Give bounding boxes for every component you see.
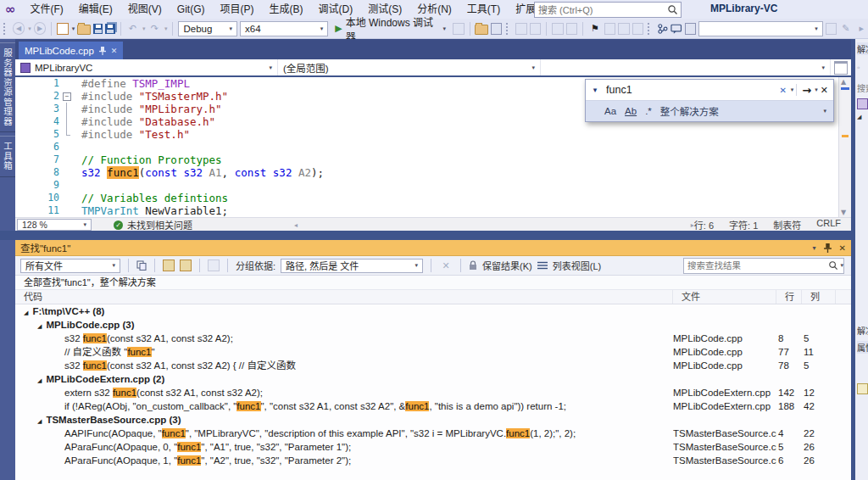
tree-expander-icon[interactable]: ◢ [857,114,868,120]
result-group-row[interactable]: ◢TSMasterBaseSource.cpp (3) [15,413,851,427]
step-over-icon[interactable] [618,23,630,35]
result-row[interactable]: AAPIFunc(AOpaque, "func1", "MPLibraryVC"… [15,427,851,440]
menu-item[interactable]: 工具(T) [459,0,508,19]
split-editor-icon[interactable] [834,61,848,75]
column-code[interactable]: 代码 [15,290,673,304]
indent-decrease-icon[interactable] [552,23,564,35]
new-project-icon[interactable] [57,23,69,35]
code-line[interactable]: 11TMPVarInt NewVariable1; [15,204,851,217]
panel-title-bar[interactable]: 查找"func1" ▾ ✕ [15,240,851,256]
run-tool-icon[interactable]: ▸ [855,22,868,36]
code-line[interactable]: 5#include "Test.h" [15,128,851,141]
menu-item[interactable]: 生成(B) [262,0,311,19]
zoom-selector[interactable]: 128 %▾ [17,219,92,231]
tab-mplibcode-cpp[interactable]: MPLibCode.cpp ✕ [19,42,123,59]
branch-icon[interactable] [657,23,668,35]
solution-search-label[interactable]: 搜索 [857,81,868,94]
result-group-row[interactable]: ◢MPLibCodeExtern.cpp (2) [15,372,851,386]
save-all-icon[interactable] [105,24,115,34]
redo-dropdown-icon[interactable]: ▾ [164,25,168,32]
list-view-icon[interactable] [537,261,548,270]
expander-icon[interactable]: ◢ [37,323,42,330]
code-editor[interactable]: 1#define TSMP_IMPL2−#include "TSMasterMP… [15,77,851,217]
start-debugging-button[interactable]: ▶ 本地 Windows 调试器 ▾ [331,20,450,37]
scroll-up-icon[interactable]: ▲ [841,78,846,86]
redo-icon[interactable]: ↷ [148,22,161,36]
undo-dropdown-icon[interactable]: ▾ [142,25,146,32]
horizontal-scrollbar[interactable]: ◂▸ [294,221,694,229]
copy-icon[interactable] [136,260,147,271]
expander-icon[interactable]: ◢ [24,310,28,316]
wrench-icon[interactable] [826,23,837,35]
results-search-box[interactable]: ▾ [683,258,844,274]
member-dropdown[interactable]: ▾ [541,59,831,75]
collapse-all-icon[interactable] [180,260,192,271]
solution-explorer-title[interactable]: 解决 [857,42,868,55]
regex-button[interactable]: .* [645,106,652,116]
scroll-down-icon[interactable]: ▼ [841,209,846,216]
expand-all-icon[interactable] [163,260,175,271]
profiler-icon[interactable] [530,23,542,35]
expander-icon[interactable]: ◢ [37,377,42,384]
whole-word-button[interactable]: Ab [625,106,637,116]
column-col[interactable]: 列 [802,290,836,304]
status-eol[interactable]: CRLF [816,218,841,232]
platform-dropdown[interactable]: x64▾ [240,21,328,36]
menu-item[interactable]: Git(G) [170,0,213,19]
attach-process-icon[interactable] [515,23,527,35]
result-row[interactable]: AParaFunc(AOpaque, 1, "func1", "A2", tru… [15,454,851,467]
pencil-icon[interactable]: ✎ [839,22,852,36]
result-group-row[interactable]: ◢F:\tmp\VC++ (8) [15,304,851,318]
feedback-icon[interactable] [670,24,682,34]
indent-increase-icon[interactable] [566,23,578,35]
nav-back-icon[interactable]: ◀ [13,22,25,35]
menu-item[interactable]: 编辑(E) [71,0,120,19]
nav-forward-icon[interactable]: ▶ [34,22,46,35]
code-line[interactable]: 8s32 func1(const s32 A1, const s32 A2); [15,166,851,179]
menu-item[interactable]: 视图(V) [120,0,170,19]
result-row[interactable]: AParaFunc(AOpaque, 0, "func1", "A1", tru… [15,440,851,454]
match-case-button[interactable]: Aa [604,106,616,116]
pin-icon[interactable] [824,243,832,253]
properties-title[interactable]: 属性 [857,341,868,354]
tab-server-explorer[interactable]: 服务器资源管理器 [0,42,16,132]
code-line[interactable]: 7// Function Prorotypes [15,153,851,166]
clear-results-icon[interactable]: ✕ [439,259,453,272]
expander-icon[interactable]: ◢ [37,418,42,425]
file-filter-dropdown[interactable]: 所有文件▾ [20,259,120,273]
quick-search-input[interactable] [535,5,667,15]
result-row[interactable]: if (!AReg(AObj, "on_custom_callback", "f… [15,399,851,413]
results-search-input[interactable] [684,260,828,271]
bookmark-icon[interactable]: ⚑ [588,22,601,36]
code-line[interactable]: 6 [15,141,851,153]
expand-find-icon[interactable]: ▾ [586,86,604,94]
close-icon[interactable]: ✕ [111,47,118,55]
text-tool-icon[interactable] [685,23,697,35]
new-project-dropdown-icon[interactable]: ▾ [72,25,75,32]
health-indicator[interactable]: ✓ 未找到相关问题 [114,218,192,232]
toolbar-search-combo[interactable]: ▾ [698,21,822,36]
lock-icon[interactable] [469,260,477,271]
result-group-row[interactable]: ◢MPLibCode.cpp (3) [15,318,851,332]
search-scope-dropdown[interactable]: 整个解决方案 ▾ [660,104,833,118]
editor-vertical-scrollbar[interactable]: ▲ ▼ [838,77,851,217]
scope-dropdown[interactable]: (全局范围) ▾ [278,59,541,75]
open-folder-icon[interactable] [77,25,90,35]
panel-splitter[interactable] [0,231,851,240]
result-row[interactable]: s32 func1(const s32 A1, const s32 A2) { … [15,359,851,372]
undo-icon[interactable]: ↶ [126,22,139,36]
list-view-button[interactable]: 列表视图(L) [553,259,601,272]
quick-search[interactable] [534,2,682,18]
menu-item[interactable]: 文件(F) [23,0,71,19]
back-icon[interactable]: ◦ [857,63,868,72]
configuration-dropdown[interactable]: Debug▾ [178,21,237,36]
find-input[interactable] [604,83,776,97]
step-out-icon[interactable] [632,23,644,35]
scrollbar-thumb[interactable] [841,87,849,90]
tab-toolbox[interactable]: 工具箱 [0,136,16,177]
nav-back-dropdown-icon[interactable]: ▾ [28,25,31,32]
close-panel-icon[interactable]: ✕ [839,243,846,253]
group-by-dropdown[interactable]: 路径, 然后是 文件▾ [281,259,423,273]
status-tabs[interactable]: 制表符 [773,218,801,232]
pin-icon[interactable] [99,47,106,55]
